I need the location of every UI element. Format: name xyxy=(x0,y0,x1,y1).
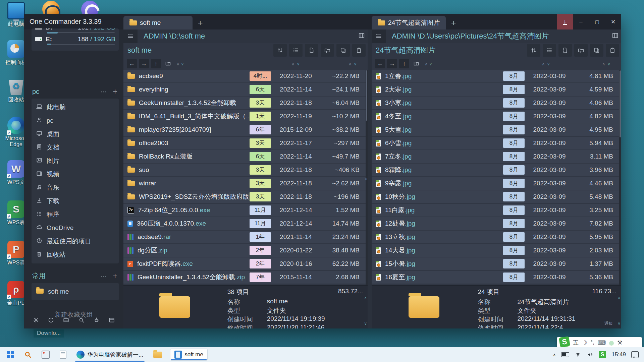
close-button[interactable]: ✕ xyxy=(605,14,621,29)
moon-icon[interactable]: ☽ xyxy=(582,339,587,346)
props-scroll-up[interactable]: ∧ xyxy=(364,296,367,300)
settings-icon[interactable] xyxy=(32,316,40,324)
date-sort-chevrons[interactable]: ∧∨ xyxy=(291,61,302,66)
sidebar-item-桌面[interactable]: 桌面 xyxy=(32,127,119,141)
file-row[interactable]: suo3天2022-11-18~406 KB xyxy=(123,164,366,176)
new-tab-button[interactable]: + xyxy=(446,16,461,29)
sidebar-item-视频[interactable]: 视频 xyxy=(32,168,119,181)
forward-button[interactable]: → xyxy=(387,59,397,68)
file-row[interactable]: acdsee9.rar1年2021-11-1423.24 MB xyxy=(123,231,366,243)
ime-wubi-mode[interactable]: 五 xyxy=(573,339,579,347)
download-button[interactable]: ↓ xyxy=(557,14,573,29)
menu-icon[interactable] xyxy=(372,29,386,43)
minimize-button[interactable]: – xyxy=(573,14,589,29)
volume-icon[interactable] xyxy=(587,352,593,357)
back-button[interactable]: ← xyxy=(127,59,137,68)
file-row[interactable]: 5大雪.jpg8月2022-03-094.95 MB xyxy=(372,123,619,136)
file-row[interactable]: everything6天2022-11-14~24.1 MB xyxy=(123,83,366,96)
search-icon[interactable] xyxy=(77,316,86,324)
section-add-button[interactable]: + xyxy=(113,87,117,96)
file-row[interactable]: PfoxitPDF阅读器.exe2年2020-01-1662.22 MB xyxy=(123,257,366,270)
clock[interactable]: 15:49 xyxy=(611,351,626,358)
breadcrumb[interactable]: ADMIN \D:\Users\pc\Pictures\24节气超高清图片 xyxy=(392,31,549,41)
props-scroll-down[interactable]: ∨ xyxy=(364,321,367,326)
file-row[interactable]: GeekUninstaller_1.3.4.52全能卸载3天2022-11-18… xyxy=(123,97,366,109)
file-row[interactable]: 3小寒.jpg8月2022-03-094.06 MB xyxy=(372,97,619,109)
keyboard-icon[interactable]: ⌨ xyxy=(598,339,606,346)
file-row[interactable]: 12处暑.jpg8月2022-03-097.82 MB xyxy=(372,217,619,230)
columns-icon[interactable] xyxy=(612,33,619,40)
ime-toolbar[interactable]: S 五 ☽ °, ⌨ ⚒ xyxy=(557,337,642,348)
file-row[interactable]: 11白露.jpg8月2022-03-093.25 MB xyxy=(372,204,619,217)
props-scroll-down[interactable]: ∨ xyxy=(618,321,621,326)
file-row[interactable]: mplayer37235[20140709]6年2015-12-09~38.2 … xyxy=(123,123,366,136)
breadcrumb[interactable]: ADMIN \D:\soft me xyxy=(144,32,205,41)
file-row[interactable]: 4冬至.jpg8月2022-03-094.82 MB xyxy=(372,110,619,123)
file-row[interactable]: 15小暑.jpg8月2022-03-091.37 MB xyxy=(372,257,619,270)
columns-icon[interactable] xyxy=(358,33,365,40)
copy-icon[interactable] xyxy=(336,44,350,57)
file-row[interactable]: 10秋分.jpg8月2022-03-095.48 MB xyxy=(372,190,619,203)
file-row[interactable]: GeekUninstaller_1.3.4.52全能卸载.zip7年2015-1… xyxy=(123,271,366,284)
sidebar-item-音乐[interactable]: 音乐 xyxy=(32,181,119,194)
file-row[interactable]: acdsee94时...2022-11-20~22.2 MB xyxy=(123,70,366,82)
back-button[interactable]: ← xyxy=(375,59,385,68)
sogou-logo-icon[interactable]: S xyxy=(559,336,570,348)
sidebar-item-文档[interactable]: 文档 xyxy=(32,141,119,154)
file-row[interactable]: 6小雪.jpg8月2022-03-095.94 MB xyxy=(372,137,619,149)
info-icon[interactable] xyxy=(47,316,55,324)
up-button[interactable]: ↑ xyxy=(399,59,409,68)
sort-icon[interactable] xyxy=(527,44,540,57)
new-file-icon[interactable] xyxy=(305,44,318,57)
taskbar-app-notepad[interactable] xyxy=(58,347,68,362)
sidebar-item-程序[interactable]: 程序 xyxy=(32,208,119,221)
file-row[interactable]: 1立春.jpg8月2022-03-094.81 MB xyxy=(372,70,619,82)
left-path-bar[interactable]: ADMIN \D:\soft me xyxy=(123,29,368,43)
layout-icon[interactable] xyxy=(62,316,70,324)
size-sort-chevrons[interactable]: ∧∨ xyxy=(348,61,359,66)
tab-24-solar-terms[interactable]: 24节气超高清图片 xyxy=(372,16,446,29)
taskbar-app-folder[interactable] xyxy=(151,347,164,362)
date-sort-chevrons[interactable]: ∧∨ xyxy=(542,61,552,66)
automation-icon[interactable] xyxy=(92,316,101,324)
window-icon[interactable] xyxy=(107,316,116,324)
battery-icon[interactable] xyxy=(561,352,569,357)
taskbar-app-start[interactable] xyxy=(5,347,16,362)
file-row[interactable]: 7立冬.jpg8月2022-03-093.11 MB xyxy=(372,150,619,163)
file-row[interactable]: winrar3天2022-11-18~2.62 MB xyxy=(123,177,366,190)
file-row[interactable]: IDM_6.41_Build_3_简体中文破解版（...1天2022-11-19… xyxy=(123,110,366,123)
right-scrollbar[interactable] xyxy=(619,70,621,286)
file-row[interactable]: 13立秋.jpg8月2022-03-095.95 MB xyxy=(372,231,619,243)
sogou-tray-icon[interactable]: S xyxy=(599,351,606,358)
size-sort-chevrons[interactable]: ∧∨ xyxy=(602,61,612,66)
paste-icon[interactable] xyxy=(352,44,366,57)
file-row[interactable]: 14大暑.jpg8月2022-03-092.03 MB xyxy=(372,244,619,257)
new-folder-icon[interactable] xyxy=(321,44,334,57)
sidebar-item-此电脑[interactable]: 此电脑 xyxy=(32,101,119,114)
window-titlebar[interactable]: One Commander 3.3.39 soft me + 24节气超高清图片… xyxy=(24,14,621,29)
new-tab-button[interactable]: + xyxy=(193,16,208,29)
sidebar-item-回收站[interactable]: 回收站 xyxy=(32,248,119,261)
menu-icon[interactable] xyxy=(123,29,138,43)
history-chevrons[interactable]: ∧ ∨ xyxy=(176,61,184,66)
file-row[interactable]: 360压缩_4.0.0.1370.exe11月2021-12-1414.74 M… xyxy=(123,217,366,230)
punctuation-icon[interactable]: °, xyxy=(590,339,594,346)
props-scroll-up[interactable]: ∧ xyxy=(618,296,621,300)
sort-icon[interactable] xyxy=(273,44,287,57)
skin-person-icon[interactable] xyxy=(609,341,614,346)
sidebar-item-OneDrive[interactable]: OneDrive xyxy=(32,221,119,235)
sidebar-item-pc[interactable]: pc xyxy=(32,114,119,127)
sidebar-item-下载[interactable]: 下载 xyxy=(32,194,119,208)
tray-chevron-icon[interactable]: ∧ xyxy=(553,352,556,357)
file-row[interactable]: 8霜降.jpg8月2022-03-093.96 MB xyxy=(372,164,619,176)
folder-up-icon[interactable] xyxy=(411,59,421,68)
drive-row[interactable]: E:188 / 192 GB xyxy=(35,35,115,44)
folder-up-icon[interactable] xyxy=(163,59,173,68)
new-file-icon[interactable] xyxy=(558,44,572,57)
taskbar-app-edge[interactable]: 华为电脑管家破解一... xyxy=(74,347,145,362)
wifi-icon[interactable] xyxy=(575,352,581,357)
desktop-selected-item-label[interactable]: Downlo... xyxy=(34,329,64,338)
right-path-bar[interactable]: ADMIN \D:\Users\pc\Pictures\24节气超高清图片 xyxy=(372,29,621,43)
file-row[interactable]: dg分区.zip2年2020-01-2238.48 MB xyxy=(123,244,366,257)
file-row[interactable]: office20033天2022-11-17~297 MB xyxy=(123,137,366,149)
